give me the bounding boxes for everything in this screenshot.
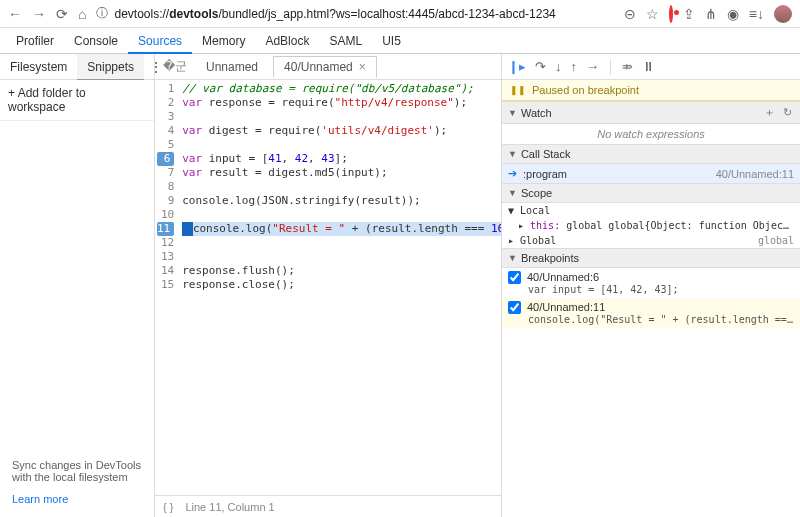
step-over-icon[interactable]: ↷ xyxy=(535,59,546,74)
line-number[interactable]: 15 xyxy=(155,278,174,292)
debugger-pane: ❙▸ ↷ ↓ ↑ → ⤃ ⏸ Paused on breakpoint ▼Wat… xyxy=(502,54,800,517)
code-line[interactable]: response.close(); xyxy=(182,278,501,292)
subtab-snippets[interactable]: Snippets xyxy=(77,54,144,80)
tab-saml[interactable]: SAML xyxy=(319,28,372,54)
back-icon[interactable]: ← xyxy=(8,6,22,22)
code-line[interactable] xyxy=(182,208,501,222)
zoom-icon[interactable]: ⊝ xyxy=(624,6,636,22)
code-line[interactable]: response.flush(); xyxy=(182,264,501,278)
line-number[interactable]: 9 xyxy=(155,194,174,208)
star-icon[interactable]: ☆ xyxy=(646,6,659,22)
code-line[interactable] xyxy=(182,236,501,250)
tab-memory[interactable]: Memory xyxy=(192,28,255,54)
tab-ui5[interactable]: UI5 xyxy=(372,28,411,54)
url-text: devtools://devtools/bundled/js_app.html?… xyxy=(114,7,555,21)
line-number[interactable]: 3 xyxy=(155,110,174,124)
editor-status-bar: { } Line 11, Column 1 xyxy=(155,495,501,517)
step-icon[interactable]: → xyxy=(586,59,599,74)
bp-checkbox[interactable] xyxy=(508,271,521,284)
code-area[interactable]: // var database = require("db/v5/databas… xyxy=(178,80,501,495)
code-line[interactable]: console.log("Result = " + (result.length… xyxy=(182,222,501,236)
sync-note: Sync changes in DevTools with the local … xyxy=(0,449,154,493)
code-line[interactable] xyxy=(182,250,501,264)
line-number[interactable]: 8 xyxy=(155,180,174,194)
code-line[interactable]: var result = digest.md5(input); xyxy=(182,166,501,180)
callstack-header[interactable]: ▼Call Stack xyxy=(502,144,800,164)
line-number[interactable]: 2 xyxy=(155,96,174,110)
code-line[interactable]: var response = require("http/v4/response… xyxy=(182,96,501,110)
tab-sources[interactable]: Sources xyxy=(128,28,192,54)
reload-icon[interactable]: ⟳ xyxy=(56,6,68,22)
pause-exceptions-icon[interactable]: ⏸ xyxy=(642,59,655,74)
step-out-icon[interactable]: ↑ xyxy=(571,59,578,74)
line-number[interactable]: 14 xyxy=(155,264,174,278)
sidebar-subtabs: FilesystemSnippets⋮ xyxy=(0,54,154,80)
code-line[interactable]: console.log(JSON.stringify(result)); xyxy=(182,194,501,208)
code-line[interactable] xyxy=(182,110,501,124)
code-line[interactable]: var input = [41, 42, 43]; xyxy=(182,152,501,166)
line-number[interactable]: 13 xyxy=(155,250,174,264)
debugger-toolbar: ❙▸ ↷ ↓ ↑ → ⤃ ⏸ xyxy=(502,54,800,80)
line-number[interactable]: 6 xyxy=(157,152,174,166)
code-line[interactable]: // var database = require("db/v5/databas… xyxy=(182,82,501,96)
tab-adblock[interactable]: AdBlock xyxy=(255,28,319,54)
devtools-tabs: ProfilerConsoleSourcesMemoryAdBlockSAMLU… xyxy=(0,28,800,54)
scope-local[interactable]: ▼ Local xyxy=(502,203,800,218)
add-watch-icon[interactable]: ＋ xyxy=(762,105,777,120)
gutter[interactable]: 123456789101112131415 xyxy=(155,80,178,495)
avatar-icon[interactable] xyxy=(774,5,792,23)
breakpoint-item[interactable]: 40/Unnamed:11console.log("Result = " + (… xyxy=(502,298,800,328)
subtab-filesystem[interactable]: Filesystem xyxy=(0,54,77,80)
line-number[interactable]: 1 xyxy=(155,82,174,96)
code-line[interactable] xyxy=(182,180,501,194)
scope-header[interactable]: ▼Scope xyxy=(502,183,800,203)
cursor-position: Line 11, Column 1 xyxy=(185,501,274,513)
file-tabs: �군 Unnamed40/Unnamed× xyxy=(155,54,501,80)
line-number[interactable]: 10 xyxy=(155,208,174,222)
deactivate-bp-icon[interactable]: ⤃ xyxy=(622,59,633,74)
code-line[interactable] xyxy=(182,138,501,152)
callstack-frame[interactable]: ➔:program40/Unnamed:11 xyxy=(502,164,800,183)
globe-icon[interactable]: ◉ xyxy=(727,6,739,22)
step-into-icon[interactable]: ↓ xyxy=(555,59,562,74)
left-sidebar: FilesystemSnippets⋮ + Add folder to work… xyxy=(0,54,155,517)
breakpoint-item[interactable]: 40/Unnamed:6var input = [41, 42, 43]; xyxy=(502,268,800,298)
opera-icon[interactable] xyxy=(669,7,673,21)
browser-right-icons: ⊝ ☆ ⇪ ⋔ ◉ ≡↓ xyxy=(624,5,792,23)
bp-checkbox[interactable] xyxy=(508,301,521,314)
editor-pane: �군 Unnamed40/Unnamed× 123456789101112131… xyxy=(155,54,502,517)
watch-header[interactable]: ▼Watch ＋ ↻ xyxy=(502,101,800,124)
cast-icon[interactable]: ⇪ xyxy=(683,6,695,22)
pause-banner: Paused on breakpoint xyxy=(502,80,800,101)
close-icon[interactable]: × xyxy=(359,56,366,78)
code-editor[interactable]: 123456789101112131415 // var database = … xyxy=(155,80,501,495)
reader-icon[interactable]: ≡↓ xyxy=(749,6,764,22)
address-bar[interactable]: ⓘ devtools://devtools/bundled/js_app.htm… xyxy=(96,5,613,22)
watch-empty: No watch expressions xyxy=(502,124,800,144)
info-icon[interactable]: ⓘ xyxy=(96,5,108,22)
code-line[interactable]: var digest = require('utils/v4/digest'); xyxy=(182,124,501,138)
line-number[interactable]: 5 xyxy=(155,138,174,152)
scope-this[interactable]: ▸ this: global global{Object: function O… xyxy=(502,218,800,233)
wifi-icon[interactable]: ⋔ xyxy=(705,6,717,22)
line-number[interactable]: 12 xyxy=(155,236,174,250)
refresh-watch-icon[interactable]: ↻ xyxy=(781,106,794,119)
main-area: FilesystemSnippets⋮ + Add folder to work… xyxy=(0,54,800,517)
breakpoints-header[interactable]: ▼Breakpoints xyxy=(502,248,800,268)
learn-more-link[interactable]: Learn more xyxy=(0,493,154,517)
line-number[interactable]: 11 xyxy=(157,222,174,236)
file-tab[interactable]: 40/Unnamed× xyxy=(273,56,377,78)
files-nav-icon[interactable]: �군 xyxy=(159,58,191,75)
home-icon[interactable]: ⌂ xyxy=(78,6,86,22)
scope-global[interactable]: ▸ Globalglobal xyxy=(502,233,800,248)
tab-profiler[interactable]: Profiler xyxy=(6,28,64,54)
line-number[interactable]: 4 xyxy=(155,124,174,138)
braces-icon[interactable]: { } xyxy=(163,501,173,513)
add-folder-button[interactable]: + Add folder to workspace xyxy=(0,80,154,121)
line-number[interactable]: 7 xyxy=(155,166,174,180)
resume-icon[interactable]: ❙▸ xyxy=(508,59,526,74)
browser-toolbar: ← → ⟳ ⌂ ⓘ devtools://devtools/bundled/js… xyxy=(0,0,800,28)
forward-icon[interactable]: → xyxy=(32,6,46,22)
tab-console[interactable]: Console xyxy=(64,28,128,54)
file-tab[interactable]: Unnamed xyxy=(195,56,269,78)
